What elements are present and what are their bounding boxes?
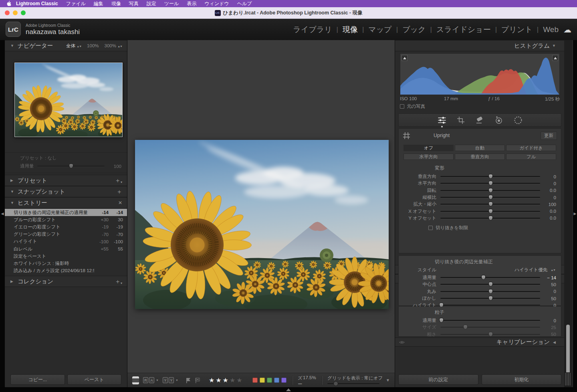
collections-panel-header[interactable]: ▶コレクション＋▾ [5,276,127,287]
history-row[interactable]: イエローの彩度シフト-19-19 [5,223,127,230]
history-row[interactable]: グリーンの彩度シフト-70-70 [5,231,127,238]
slider-track[interactable] [440,298,540,299]
slider-track[interactable] [440,291,540,292]
color-label-swatch[interactable] [274,378,279,383]
slider-track[interactable] [440,305,540,306]
previous-settings-button[interactable]: 前の設定 [398,374,478,385]
original-photo-checkbox[interactable] [400,104,404,109]
slider-thumb[interactable] [488,332,493,337]
star-icon[interactable]: ★ [209,377,216,384]
slider-thumb[interactable] [488,296,493,301]
shadow-clipping-indicator[interactable] [401,55,408,61]
slider-thumb[interactable] [488,216,493,220]
menubar-item[interactable]: ツール [164,1,179,6]
upright-update-button[interactable]: 更新 [541,131,557,140]
upright-grid-icon[interactable] [403,132,410,139]
zoom-window-button[interactable] [21,10,26,15]
crop-tool-icon[interactable] [456,116,465,125]
navigator-fit-option[interactable]: 全体 ▲▼ [66,43,81,49]
slider-thumb[interactable] [488,188,493,193]
slider-track[interactable] [440,211,540,212]
vignette-style-row[interactable]: スタイル ハイライト優先 ▲▼ [399,267,561,273]
panel-eye-icon[interactable] [399,340,405,344]
highlight-clipping-indicator[interactable] [552,55,558,61]
slider-thumb[interactable] [488,195,493,200]
toolbar-options-chevron-icon[interactable]: ▼ [386,378,390,382]
history-row[interactable]: 読み込み / カメラ設定 (2024/06/18 12:51:36) [5,267,127,275]
history-row[interactable]: ブルーの彩度シフト+3030 [5,216,127,223]
slider-thumb[interactable] [463,325,468,329]
history-panel-header[interactable]: ▼ヒストリー✕ [5,197,127,208]
slider-thumb[interactable] [488,181,493,186]
snapshots-panel-header[interactable]: ▼スナップショット＋ [5,186,127,197]
add-preset-icon[interactable]: ＋▾ [115,177,122,184]
star-rating[interactable]: ★★★★★ [209,376,244,384]
healing-tool-icon[interactable] [475,116,484,125]
apple-menu-icon[interactable] [6,1,11,6]
history-row[interactable]: 切り抜き後の周辺光量補正の適用量-14-14 [5,209,127,216]
histogram-header[interactable]: ヒストグラム ▼ [395,40,564,51]
close-window-button[interactable] [5,10,10,15]
minimize-window-button[interactable] [13,10,18,15]
reset-button[interactable]: 初期化 [482,374,562,385]
red-eye-tool-icon[interactable] [494,116,504,125]
navigator-preview[interactable] [14,63,123,137]
slider-thumb[interactable] [488,202,493,206]
navigator-header[interactable]: ▼ ナビゲーター 全体 ▲▼ 100% 300% ▲▼ [5,40,127,51]
menubar-item[interactable]: 写真 [129,1,139,6]
clear-history-icon[interactable]: ✕ [118,200,122,206]
history-row[interactable]: 設定をペースト [5,253,127,260]
upright-mode-button[interactable]: オフ [403,145,454,151]
menubar-item[interactable]: 現像 [111,1,121,6]
module-tab-スライドショー[interactable]: スライドショー [436,24,491,35]
slider-track[interactable] [440,334,540,335]
slider-thumb[interactable] [488,174,493,179]
slider-track[interactable] [440,320,540,321]
histogram-display[interactable] [400,53,560,95]
before-after-tb-icon[interactable]: YY▼ [163,377,178,383]
module-tab-マップ[interactable]: マップ [368,24,391,35]
panel-resize-grip[interactable] [565,372,571,386]
upright-mode-button[interactable]: 水平方向 [403,154,454,160]
slider-thumb[interactable] [439,318,444,323]
slider-track[interactable] [440,284,540,285]
history-row[interactable]: ハイライト-100-100 [5,238,127,245]
slider-track[interactable] [440,183,540,184]
star-icon[interactable]: ★ [236,377,243,384]
color-label-swatch[interactable] [281,378,286,383]
slider-track[interactable] [440,327,540,328]
slider-thumb[interactable] [481,275,486,280]
color-label-swatch[interactable] [252,378,258,383]
upright-mode-button[interactable]: ガイド付き [506,145,556,151]
upright-mode-button[interactable]: フル [506,154,556,160]
module-tab-現像[interactable]: 現像 [343,24,358,35]
constrain-crop-checkbox[interactable] [428,226,433,230]
module-tab-プリント[interactable]: プリント [501,24,533,35]
photo-canvas[interactable] [135,140,389,309]
slider-thumb[interactable] [488,209,493,214]
reject-flag-icon[interactable] [195,378,201,383]
slider-track[interactable] [440,190,540,191]
cloud-sync-icon[interactable]: ☁ [563,25,571,34]
copy-button[interactable]: コピー... [10,374,65,385]
paste-button[interactable]: ペースト [67,374,122,385]
before-after-lr-icon[interactable]: RA▼ [143,377,159,383]
constrain-crop-row[interactable]: 切り抜きを制限 [428,225,561,231]
history-row[interactable]: ホワイトバランス : 撮影時 [5,260,127,267]
navigator-zoom-100-option[interactable]: 100% [87,43,99,48]
presets-panel-header[interactable]: ▶プリセット＋▾ [5,175,127,186]
style-value[interactable]: ハイライト優先 [514,267,547,273]
star-icon[interactable]: ★ [223,377,230,384]
slider-thumb[interactable] [488,289,493,294]
loupe-view-icon[interactable] [132,376,139,384]
menubar-item[interactable]: 設定 [147,1,156,6]
masking-tool-icon[interactable] [513,115,523,125]
original-photo-row[interactable]: 元の写真 [400,103,425,109]
calibration-panel-header[interactable]: キャリブレーション ◀ [395,337,564,347]
collapse-triangle-icon[interactable]: ◀ [553,340,560,344]
slider-thumb[interactable] [488,282,493,287]
upright-mode-button[interactable]: 自動 [455,145,505,151]
filmstrip-reveal-bar[interactable] [0,387,577,392]
slider-track[interactable] [440,197,540,198]
color-label-swatch[interactable] [260,378,265,383]
